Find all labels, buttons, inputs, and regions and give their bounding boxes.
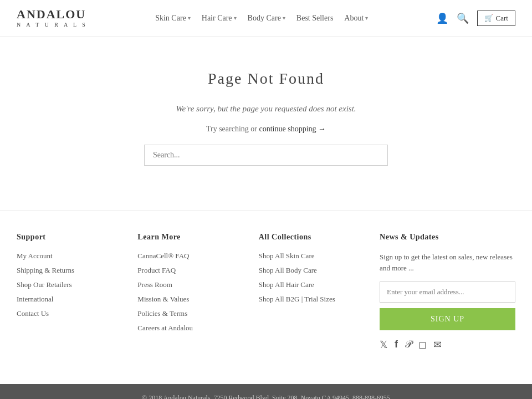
facebook-icon[interactable]: f xyxy=(395,339,398,351)
footer-shop-skin-care[interactable]: Shop All Skin Care xyxy=(259,252,363,260)
footer-support: Support My Account Shipping & Returns Sh… xyxy=(17,233,121,351)
footer: Support My Account Shipping & Returns Sh… xyxy=(0,210,532,384)
footer-shop-retailers[interactable]: Shop Our Retailers xyxy=(17,280,121,289)
nav-body-care[interactable]: Body Care ▾ xyxy=(248,14,285,23)
nav-hair-care[interactable]: Hair Care ▾ xyxy=(202,14,237,23)
cart-button[interactable]: 🛒 Cart xyxy=(477,11,515,26)
dropdown-arrow-icon: ▾ xyxy=(234,15,237,21)
footer-shop-body-care[interactable]: Shop All Body Care xyxy=(259,266,363,275)
social-icons: 𝕏 f 𝒫 ◻ ✉ xyxy=(380,339,515,351)
footer-international[interactable]: International xyxy=(17,295,121,304)
footer-policies-terms[interactable]: Policies & Terms xyxy=(137,309,242,318)
sorry-message: We're sorry, but the page you requested … xyxy=(17,104,515,114)
email-input[interactable] xyxy=(380,282,515,303)
learn-more-title: Learn More xyxy=(137,233,242,242)
footer-news: News & Updates Sign up to get the latest… xyxy=(380,233,515,351)
main-content: Page Not Found We're sorry, but the page… xyxy=(0,37,532,210)
footer-contact-us[interactable]: Contact Us xyxy=(17,309,121,318)
signup-button[interactable]: SIGN UP xyxy=(380,308,515,330)
header: ANDALOU N A T U R A L S Skin Care ▾ Hair… xyxy=(0,0,532,37)
news-title: News & Updates xyxy=(380,233,515,242)
collections-title: All Collections xyxy=(259,233,363,242)
continue-shopping-link[interactable]: continue shopping → xyxy=(259,125,326,133)
news-description: Sign up to get the latest on sales, new … xyxy=(380,252,515,273)
footer-grid: Support My Account Shipping & Returns Sh… xyxy=(17,233,515,351)
footer-careers[interactable]: Careers at Andalou xyxy=(137,324,242,332)
header-icons: 👤 🔍 🛒 Cart xyxy=(436,11,515,26)
footer-product-faq[interactable]: Product FAQ xyxy=(137,266,242,275)
brand-name: ANDALOU xyxy=(17,8,86,21)
instagram-icon[interactable]: ◻ xyxy=(418,339,427,351)
footer-shop-b2g[interactable]: Shop All B2G | Trial Sizes xyxy=(259,295,363,304)
nav-best-sellers[interactable]: Best Sellers xyxy=(296,14,334,23)
cart-label: Cart xyxy=(496,14,508,23)
dropdown-arrow-icon: ▾ xyxy=(283,15,285,21)
brand-sub: N A T U R A L S xyxy=(17,22,88,28)
page-title: Page Not Found xyxy=(17,70,515,88)
footer-mission-values[interactable]: Mission & Values xyxy=(137,295,242,304)
bottom-bar: © 2018 Andalou Naturals. 7250 Redwood Bl… xyxy=(0,384,532,399)
footer-shop-hair-care[interactable]: Shop All Hair Care xyxy=(259,280,363,289)
footer-press-room[interactable]: Press Room xyxy=(137,280,242,289)
copyright-text: © 2018 Andalou Naturals. 7250 Redwood Bl… xyxy=(142,394,390,399)
email-icon[interactable]: ✉ xyxy=(433,339,442,351)
search-box xyxy=(17,145,515,166)
footer-learn-more: Learn More CannaCell® FAQ Product FAQ Pr… xyxy=(137,233,242,351)
nav-about[interactable]: About ▾ xyxy=(344,14,368,23)
main-nav: Skin Care ▾ Hair Care ▾ Body Care ▾ Best… xyxy=(155,14,368,23)
twitter-icon[interactable]: 𝕏 xyxy=(380,339,388,351)
logo[interactable]: ANDALOU N A T U R A L S xyxy=(17,8,88,28)
dropdown-arrow-icon: ▾ xyxy=(188,15,191,21)
footer-cannacell-faq[interactable]: CannaCell® FAQ xyxy=(137,252,242,260)
footer-shipping-returns[interactable]: Shipping & Returns xyxy=(17,266,121,275)
footer-my-account[interactable]: My Account xyxy=(17,252,121,260)
search-input[interactable] xyxy=(144,145,388,166)
dropdown-arrow-icon: ▾ xyxy=(365,15,368,21)
cart-icon: 🛒 xyxy=(484,14,493,23)
account-icon[interactable]: 👤 xyxy=(436,12,448,24)
footer-collections: All Collections Shop All Skin Care Shop … xyxy=(259,233,363,351)
search-icon[interactable]: 🔍 xyxy=(457,12,469,24)
nav-skin-care[interactable]: Skin Care ▾ xyxy=(155,14,191,23)
try-searching-text: Try searching or continue shopping → xyxy=(17,125,515,134)
pinterest-icon[interactable]: 𝒫 xyxy=(405,339,412,351)
support-title: Support xyxy=(17,233,121,242)
